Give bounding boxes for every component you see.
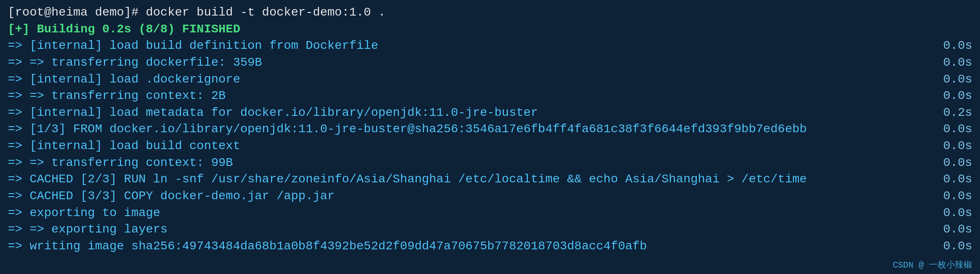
- line-content-8: => [internal] load build context: [8, 138, 935, 155]
- terminal-line-1: [+] Building 0.2s (8/8) FINISHED: [8, 21, 972, 38]
- line-time-13: 0.0s: [935, 221, 972, 238]
- line-content-2: => [internal] load build definition from…: [8, 38, 935, 54]
- line-time-2: 0.0s: [935, 38, 972, 54]
- line-content-0: [root@heima demo]# docker build -t docke…: [8, 4, 938, 21]
- line-content-9: => => transferring context: 99B: [8, 155, 935, 172]
- terminal-line-8: => [internal] load build context 0.0s: [8, 138, 972, 155]
- line-content-12: => exporting to image: [8, 205, 935, 222]
- terminal-line-13: => => exporting layers 0.0s: [8, 221, 972, 238]
- line-time-6: 0.2s: [935, 105, 972, 121]
- terminal-line-12: => exporting to image 0.0s: [8, 205, 972, 222]
- line-content-10: => CACHED [2/3] RUN ln -snf /usr/share/z…: [8, 171, 935, 188]
- terminal-line-2: => [internal] load build definition from…: [8, 38, 972, 54]
- line-content-5: => => transferring context: 2B: [8, 88, 935, 105]
- terminal-line-5: => => transferring context: 2B 0.0s: [8, 88, 972, 105]
- line-content-6: => [internal] load metadata for docker.i…: [8, 105, 935, 121]
- terminal-line-6: => [internal] load metadata for docker.i…: [8, 105, 972, 121]
- line-time-4: 0.0s: [935, 71, 972, 88]
- line-content-13: => => exporting layers: [8, 221, 935, 238]
- line-content-4: => [internal] load .dockerignore: [8, 71, 935, 88]
- line-time-14: 0.0s: [935, 238, 972, 255]
- terminal-line-0: [root@heima demo]# docker build -t docke…: [8, 4, 972, 21]
- line-time-5: 0.0s: [935, 88, 972, 105]
- line-time-3: 0.0s: [935, 54, 972, 71]
- line-content-14: => writing image sha256:49743484da68b1a0…: [8, 238, 935, 255]
- terminal-line-14: => writing image sha256:49743484da68b1a0…: [8, 238, 972, 255]
- terminal-line-10: => CACHED [2/3] RUN ln -snf /usr/share/z…: [8, 171, 972, 188]
- line-time-11: 0.0s: [935, 188, 972, 205]
- terminal-line-9: => => transferring context: 99B 0.0s: [8, 155, 972, 172]
- line-time-9: 0.0s: [935, 155, 972, 172]
- line-time-10: 0.0s: [935, 171, 972, 188]
- terminal-line-3: => => transferring dockerfile: 359B 0.0s: [8, 54, 972, 71]
- line-content-7: => [1/3] FROM docker.io/library/openjdk:…: [8, 121, 935, 138]
- terminal-line-11: => CACHED [3/3] COPY docker-demo.jar /ap…: [8, 188, 972, 205]
- watermark: CSDN @ 一枚小辣椒: [893, 259, 972, 271]
- terminal-line-4: => [internal] load .dockerignore 0.0s: [8, 71, 972, 88]
- line-time-12: 0.0s: [935, 205, 972, 222]
- line-content-11: => CACHED [3/3] COPY docker-demo.jar /ap…: [8, 188, 935, 205]
- terminal-window: [root@heima demo]# docker build -t docke…: [0, 0, 980, 274]
- line-time-7: 0.0s: [935, 121, 972, 138]
- line-time-8: 0.0s: [935, 138, 972, 155]
- line-content-1: [+] Building 0.2s (8/8) FINISHED: [8, 21, 938, 38]
- line-content-3: => => transferring dockerfile: 359B: [8, 54, 935, 71]
- terminal-line-7: => [1/3] FROM docker.io/library/openjdk:…: [8, 121, 972, 138]
